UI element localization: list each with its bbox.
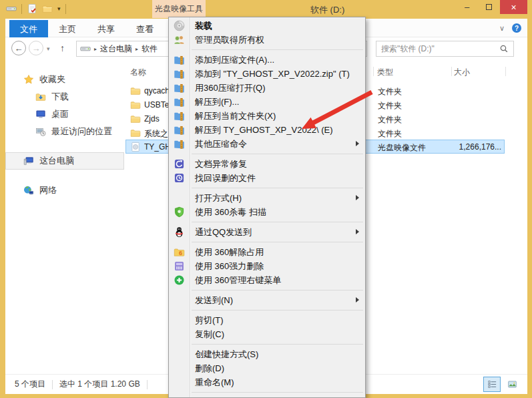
menu-item[interactable]: 用360压缩打开(Q) bbox=[169, 81, 365, 95]
search-icon[interactable] bbox=[499, 44, 509, 53]
sidebar-item[interactable]: 下载 bbox=[5, 88, 124, 106]
submenu-arrow-icon bbox=[356, 195, 359, 200]
sidebar-item[interactable]: 桌面 bbox=[5, 106, 124, 123]
ribbon-tab[interactable]: 文件 bbox=[9, 20, 48, 39]
thumbnail-view-icon bbox=[507, 379, 517, 389]
menu-item[interactable]: 复制(C) bbox=[169, 327, 365, 341]
menu-item-label: 使用 360管理右键菜单 bbox=[195, 274, 281, 286]
file-type: 光盘映像文件 bbox=[378, 142, 426, 154]
view-buttons bbox=[483, 377, 521, 392]
breadcrumb-item[interactable]: 这台电脑 bbox=[100, 43, 132, 55]
up-button[interactable]: ↑ bbox=[60, 43, 65, 53]
properties-icon[interactable] bbox=[27, 3, 37, 14]
search-placeholder: 搜索"软件 (D:)" bbox=[381, 43, 435, 55]
menu-separator bbox=[192, 188, 363, 188]
sidebar-item-label: 这台电脑 bbox=[39, 155, 74, 167]
sidebar-item[interactable]: 网络 bbox=[5, 182, 124, 199]
menu-separator bbox=[192, 242, 363, 242]
menu-item-label: 用360压缩打开(Q) bbox=[195, 82, 265, 94]
ribbon-tab[interactable]: 主页 bbox=[48, 20, 87, 39]
file-type: 文件夹 bbox=[378, 128, 402, 140]
folder6-icon bbox=[174, 246, 185, 258]
zip-icon bbox=[174, 54, 185, 65]
minimize-button[interactable]: – bbox=[456, 0, 478, 14]
back-button[interactable]: ← bbox=[11, 41, 26, 55]
search-box[interactable]: 搜索"软件 (D:)" bbox=[376, 41, 514, 57]
menu-item[interactable]: 找回误删的文件 bbox=[169, 171, 365, 185]
folder-icon bbox=[130, 100, 141, 110]
menu-item[interactable]: 解压到 TY_GHOST_XP_V2022\ (E) bbox=[169, 123, 365, 137]
help-icon[interactable] bbox=[511, 23, 522, 33]
menu-item-label: 解压到 TY_GHOST_XP_V2022\ (E) bbox=[195, 124, 333, 136]
menu-item[interactable]: 打开方式(H) bbox=[169, 191, 365, 205]
new-folder-icon[interactable] bbox=[42, 3, 53, 14]
sidebar-item[interactable]: 最近访问的位置 bbox=[5, 123, 124, 140]
divider bbox=[147, 380, 148, 389]
explorer-window: { "colors": { "frame": "#e9c25f", "tab_a… bbox=[0, 0, 532, 398]
menu-item[interactable]: 剪切(T) bbox=[169, 313, 365, 327]
ribbon-tab[interactable]: 共享 bbox=[87, 20, 125, 39]
column-header[interactable]: 类型 bbox=[377, 67, 393, 78]
column-header[interactable]: 大小 bbox=[454, 67, 470, 78]
selection-info: 选中 1 个项目 1.20 GB bbox=[59, 379, 140, 390]
menu-item[interactable]: 文档异常修复 bbox=[169, 157, 365, 171]
contextual-tab-disc-image-tools[interactable]: 光盘映像工具 bbox=[152, 0, 206, 18]
menu-item[interactable]: 添加到压缩文件(A)... bbox=[169, 53, 365, 67]
menu-item-label: 解压到当前文件夹(X) bbox=[195, 110, 276, 122]
menu-item[interactable]: 使用 360解除占用 bbox=[169, 245, 365, 259]
sidebar-item-label: 最近访问的位置 bbox=[51, 126, 112, 138]
menu-item[interactable]: 创建快捷方式(S) bbox=[169, 347, 365, 361]
sidebar-item[interactable]: 这台电脑 bbox=[5, 152, 124, 170]
menu-item-label: 找回误删的文件 bbox=[195, 172, 256, 184]
column-header[interactable]: 名称 bbox=[130, 67, 146, 78]
menu-item[interactable]: 删除(D) bbox=[169, 361, 365, 375]
menu-item-label: 添加到压缩文件(A)... bbox=[195, 54, 274, 66]
zip-icon bbox=[174, 138, 185, 150]
ribbon-tab[interactable]: 查看 bbox=[125, 20, 164, 39]
sidebar-item[interactable]: 收藏夹 bbox=[5, 71, 124, 88]
menu-item-label: 通过QQ发送到 bbox=[195, 226, 252, 238]
minimize-ribbon-icon[interactable]: ∨ bbox=[499, 25, 505, 32]
ribbon-tabs: 文件主页共享查看 bbox=[9, 20, 164, 39]
menu-item[interactable]: 通过QQ发送到 bbox=[169, 225, 365, 239]
menu-item[interactable]: 重命名(M) bbox=[169, 375, 365, 389]
menu-separator bbox=[192, 290, 363, 290]
breadcrumb-item[interactable]: 软件 bbox=[142, 43, 158, 55]
menu-item[interactable]: 解压到当前文件夹(X) bbox=[169, 109, 365, 123]
divider bbox=[21, 4, 22, 14]
maximize-icon bbox=[486, 4, 492, 10]
maximize-button[interactable] bbox=[478, 0, 500, 14]
zip-icon bbox=[174, 110, 185, 122]
submenu-arrow-icon bbox=[356, 141, 359, 146]
file-size: 1,266,176... bbox=[455, 142, 501, 152]
forward-button[interactable]: → bbox=[29, 41, 43, 55]
menu-item[interactable]: 解压到(F)... bbox=[169, 95, 365, 109]
context-menu: 装载管理员取得所有权添加到压缩文件(A)...添加到 "TY_GHOST_XP_… bbox=[168, 17, 366, 398]
window-title: 软件 (D:) bbox=[310, 4, 344, 16]
menu-item[interactable]: 使用 360管理右键菜单 bbox=[169, 273, 365, 287]
menu-item[interactable]: 发送到(N) bbox=[169, 293, 365, 307]
menu-item[interactable]: 使用 360杀毒 扫描 bbox=[169, 205, 365, 219]
sidebar-item-label: 网络 bbox=[39, 184, 57, 196]
close-button[interactable]: × bbox=[500, 0, 527, 14]
menu-item-label: 删除(D) bbox=[195, 363, 224, 375]
menu-item[interactable]: 装载 bbox=[169, 19, 365, 33]
menu-item[interactable]: 添加到 "TY_GHOST_XP_V2022.zip" (T) bbox=[169, 67, 365, 81]
details-view-button[interactable] bbox=[483, 377, 501, 392]
menu-item[interactable]: 使用 360强力删除 bbox=[169, 259, 365, 273]
menu-item-label: 解压到(F)... bbox=[195, 96, 239, 108]
menu-separator bbox=[192, 310, 363, 311]
qat-dropdown-icon[interactable]: ▾ bbox=[57, 6, 61, 12]
submenu-arrow-icon bbox=[356, 229, 359, 234]
menu-item[interactable]: 其他压缩命令 bbox=[169, 137, 365, 151]
menu-item-label: 文档异常修复 bbox=[195, 158, 247, 170]
thumbnail-view-button[interactable] bbox=[503, 377, 521, 392]
history-dropdown-icon[interactable]: ▾ bbox=[47, 45, 50, 52]
star-icon bbox=[23, 74, 34, 85]
menu-item-label: 剪切(T) bbox=[195, 315, 224, 327]
menu-item[interactable]: 管理员取得所有权 bbox=[169, 33, 365, 47]
divider bbox=[65, 4, 66, 14]
desktop-icon bbox=[35, 109, 46, 120]
zip-icon bbox=[174, 96, 185, 108]
column-divider bbox=[505, 67, 506, 76]
